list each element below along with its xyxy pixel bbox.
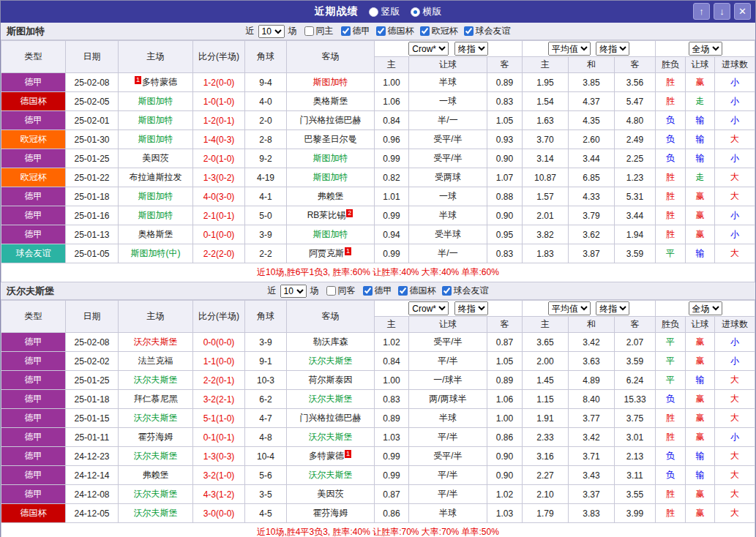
league-filter[interactable]: 欧冠杯 bbox=[414, 25, 458, 37]
layout-vertical-radio[interactable]: 竖版 bbox=[369, 5, 400, 18]
summary-text: 近10场,胜6平1负3, 胜率:60% 让胜率:40% 大率:40% 单率:60… bbox=[1, 263, 755, 282]
euro-odds-away: 2.13 bbox=[615, 447, 656, 466]
euro-odds-time-select[interactable]: 终指 bbox=[596, 42, 629, 56]
away-team-cell: 门兴格拉德巴赫 bbox=[287, 111, 375, 130]
home-team-cell: 斯图加特(中) bbox=[119, 244, 193, 263]
result-handicap: 赢 bbox=[686, 485, 715, 504]
euro-odds-home: 1.63 bbox=[523, 111, 569, 130]
scope-select[interactable]: 全场 bbox=[689, 301, 722, 315]
match-count-select[interactable]: 10 bbox=[280, 285, 307, 298]
league-filter-checkbox[interactable] bbox=[363, 286, 373, 296]
same-venue-label: 同主 bbox=[316, 25, 334, 37]
euro-odds-home: 3.82 bbox=[523, 225, 569, 244]
home-team-cell: 沃尔夫斯堡 bbox=[119, 447, 193, 466]
score: 2-0(1-0) bbox=[193, 149, 245, 168]
league-filter[interactable]: 德甲 bbox=[357, 285, 392, 297]
same-venue-filter[interactable]: 同客 bbox=[321, 285, 356, 297]
league-badge: 德甲 bbox=[1, 447, 66, 466]
result-goals: 大 bbox=[715, 504, 755, 523]
euro-odds-away: 1.94 bbox=[615, 225, 656, 244]
asian-odds-away: 0.87 bbox=[487, 333, 523, 352]
asian-odds-home: 0.87 bbox=[375, 485, 409, 504]
same-venue-checkbox[interactable] bbox=[304, 26, 314, 36]
bookmaker-select[interactable]: Crow* bbox=[408, 42, 449, 56]
league-filter-checkbox[interactable] bbox=[341, 26, 351, 36]
match-count-select[interactable]: 10 bbox=[258, 25, 285, 38]
euro-source-select[interactable]: 平均值 bbox=[548, 42, 591, 56]
league-filter-checkbox[interactable] bbox=[442, 286, 452, 296]
euro-odds-draw: 3.37 bbox=[569, 485, 615, 504]
score: 1-0(1-0) bbox=[193, 92, 245, 111]
summary-text: 近10场,胜4平3负3, 胜率:40% 让胜率:70% 大率:70% 单率:50… bbox=[1, 523, 755, 537]
league-filter-label: 球会友谊 bbox=[454, 285, 489, 297]
asian-odds-home: 0.99 bbox=[375, 466, 409, 485]
bookmaker-select[interactable]: Crow* bbox=[408, 301, 449, 315]
scroll-up-button[interactable]: ↑ bbox=[693, 3, 710, 20]
asian-handicap-line: 半球 bbox=[409, 504, 487, 523]
home-team-cell: 弗赖堡 bbox=[119, 466, 193, 485]
asian-odds-away: 0.90 bbox=[487, 149, 523, 168]
league-filter[interactable]: 球会友谊 bbox=[436, 285, 489, 297]
col-result-handicap: 让球 bbox=[686, 57, 715, 73]
asian-odds-controls: Crow* 终指 bbox=[375, 301, 523, 317]
league-filter-checkbox[interactable] bbox=[420, 26, 430, 36]
asian-handicap-line: 受平/半 bbox=[409, 130, 487, 149]
league-filter[interactable]: 德国杯 bbox=[370, 25, 414, 37]
away-team-name: 斯图加特 bbox=[313, 77, 348, 87]
up-arrow-icon: ↑ bbox=[699, 7, 704, 16]
result-wdl: 负 bbox=[656, 149, 686, 168]
score: 1-2(0-0) bbox=[193, 73, 245, 92]
team-name: 斯图加特 bbox=[7, 25, 45, 38]
home-team-cell: 霍芬海姆 bbox=[119, 428, 193, 447]
home-team-name: 布拉迪斯拉发 bbox=[130, 172, 182, 182]
asian-odds-home: 1.02 bbox=[375, 333, 409, 352]
match-date: 24-12-23 bbox=[66, 447, 119, 466]
result-handicap: 赢 bbox=[686, 73, 715, 92]
league-filter-checkbox[interactable] bbox=[376, 26, 386, 36]
col-result-goals: 进球数 bbox=[715, 57, 755, 73]
scroll-down-button[interactable]: ↓ bbox=[714, 3, 730, 20]
euro-source-select[interactable]: 平均值 bbox=[548, 301, 591, 315]
same-venue-checkbox[interactable] bbox=[326, 286, 336, 296]
col-result-handicap: 让球 bbox=[686, 317, 715, 333]
home-team-cell: 美因茨 bbox=[119, 149, 193, 168]
match-date: 25-01-15 bbox=[66, 409, 119, 428]
titlebar: 近期战绩 竖版 横版 ↑ ↓ ✕ bbox=[1, 1, 755, 23]
layout-horizontal-radio[interactable]: 横版 bbox=[411, 5, 442, 18]
asian-odds-home: 1.01 bbox=[375, 187, 409, 206]
result-wdl: 平 bbox=[656, 371, 686, 390]
asian-odds-home: 0.83 bbox=[375, 390, 409, 409]
col-eu-home: 主 bbox=[523, 57, 569, 73]
corners: 4-7 bbox=[245, 409, 287, 428]
scope-select[interactable]: 全场 bbox=[689, 42, 722, 56]
asian-handicap-line: 半/一 bbox=[409, 244, 487, 263]
asian-odds-time-select[interactable]: 终指 bbox=[454, 301, 488, 315]
match-row: 德甲24-12-23沃尔夫斯堡1-3(0-3)10-4多特蒙德10.99受平/半… bbox=[1, 447, 755, 466]
away-team-cell: 巴黎圣日尔曼 bbox=[287, 130, 375, 149]
score: 2-1(0-1) bbox=[193, 206, 245, 225]
match-date: 25-01-25 bbox=[66, 149, 119, 168]
result-goals: 小 bbox=[715, 92, 755, 111]
league-badge: 球会友谊 bbox=[1, 244, 66, 263]
near-label: 近 bbox=[268, 285, 277, 297]
match-row: 德甲25-02-02法兰克福1-1(0-0)9-1沃尔夫斯堡0.84平/半1.0… bbox=[1, 352, 755, 371]
league-filter-checkbox[interactable] bbox=[398, 286, 408, 296]
same-venue-filter[interactable]: 同主 bbox=[299, 25, 334, 37]
result-handicap: 赢 bbox=[686, 504, 715, 523]
euro-odds-away: 5.47 bbox=[615, 92, 656, 111]
euro-odds-time-select[interactable]: 终指 bbox=[596, 301, 629, 315]
asian-odds-time-select[interactable]: 终指 bbox=[454, 42, 488, 56]
away-team-cell: 荷尔斯泰因 bbox=[287, 371, 375, 390]
away-team-name: 门兴格拉德巴赫 bbox=[300, 115, 362, 125]
euro-odds-draw: 3.62 bbox=[569, 225, 615, 244]
close-button[interactable]: ✕ bbox=[734, 3, 751, 20]
league-badge: 德甲 bbox=[1, 409, 66, 428]
col-eu-draw: 和 bbox=[569, 57, 615, 73]
match-date: 25-01-30 bbox=[66, 130, 119, 149]
league-filter[interactable]: 德国杯 bbox=[392, 285, 436, 297]
league-filter[interactable]: 德甲 bbox=[335, 25, 370, 37]
league-filter-checkbox[interactable] bbox=[464, 26, 474, 36]
euro-odds-away: 3.59 bbox=[615, 244, 656, 263]
league-filter[interactable]: 球会友谊 bbox=[458, 25, 511, 37]
result-handicap: 赢 bbox=[686, 187, 715, 206]
